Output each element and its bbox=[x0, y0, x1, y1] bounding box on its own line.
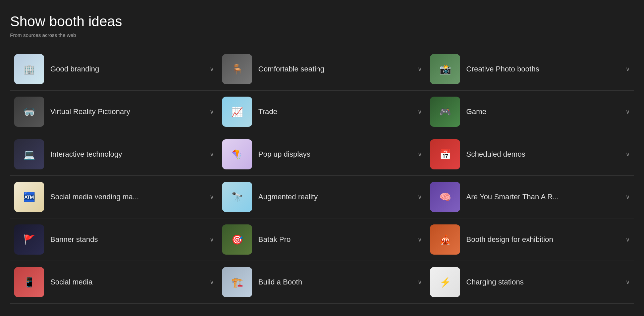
chevron-game[interactable]: ∨ bbox=[626, 108, 630, 115]
chevron-booth-design[interactable]: ∨ bbox=[626, 236, 630, 243]
grid-item-social-media-vending[interactable]: 🏧Social media vending ma...∨ bbox=[10, 176, 218, 218]
chevron-virtual-reality[interactable]: ∨ bbox=[210, 108, 214, 115]
label-build-a-booth: Build a Booth bbox=[258, 278, 414, 286]
grid-item-batak-pro[interactable]: 🎯Batak Pro∨ bbox=[218, 218, 426, 261]
grid-item-charging-stations[interactable]: ⚡Charging stations∨ bbox=[426, 261, 634, 304]
grid-item-creative-photo-booths[interactable]: 📸Creative Photo booths∨ bbox=[426, 48, 634, 91]
grid-item-virtual-reality[interactable]: 🥽Virtual Reality Pictionary∨ bbox=[10, 91, 218, 133]
label-are-you-smarter: Are You Smarter Than A R... bbox=[466, 193, 622, 201]
grid-item-game[interactable]: 🎮Game∨ bbox=[426, 91, 634, 133]
grid-item-trade[interactable]: 📈Trade∨ bbox=[218, 91, 426, 133]
chevron-good-branding[interactable]: ∨ bbox=[210, 65, 214, 73]
label-augmented-reality: Augmented reality bbox=[258, 193, 414, 201]
thumbnail-are-you-smarter: 🧠 bbox=[430, 182, 460, 212]
label-comfortable-seating: Comfortable seating bbox=[258, 65, 414, 73]
thumbnail-social-media: 📱 bbox=[14, 267, 44, 297]
label-trade: Trade bbox=[258, 107, 414, 116]
label-charging-stations: Charging stations bbox=[466, 278, 622, 286]
thumbnail-scheduled-demos: 📅 bbox=[430, 139, 460, 169]
thumbnail-virtual-reality: 🥽 bbox=[14, 97, 44, 127]
chevron-pop-up-displays[interactable]: ∨ bbox=[418, 151, 422, 158]
label-interactive-technology: Interactive technology bbox=[50, 150, 206, 159]
label-booth-design: Booth design for exhibition bbox=[466, 235, 622, 244]
grid-item-comfortable-seating[interactable]: 🪑Comfortable seating∨ bbox=[218, 48, 426, 91]
thumbnail-booth-design: 🎪 bbox=[430, 224, 460, 255]
chevron-social-media[interactable]: ∨ bbox=[210, 278, 214, 286]
thumbnail-trade: 📈 bbox=[222, 97, 252, 127]
grid-item-are-you-smarter[interactable]: 🧠Are You Smarter Than A R...∨ bbox=[426, 176, 634, 218]
label-game: Game bbox=[466, 107, 622, 116]
thumbnail-pop-up-displays: 🪁 bbox=[222, 139, 252, 169]
grid-item-good-branding[interactable]: 🏢Good branding∨ bbox=[10, 48, 218, 91]
grid-item-scheduled-demos[interactable]: 📅Scheduled demos∨ bbox=[426, 133, 634, 176]
page-subtitle: From sources across the web bbox=[10, 32, 634, 38]
label-creative-photo-booths: Creative Photo booths bbox=[466, 65, 622, 73]
chevron-build-a-booth[interactable]: ∨ bbox=[418, 278, 422, 286]
label-social-media: Social media bbox=[50, 278, 206, 286]
thumbnail-game: 🎮 bbox=[430, 97, 460, 127]
thumbnail-batak-pro: 🎯 bbox=[222, 224, 252, 255]
chevron-trade[interactable]: ∨ bbox=[418, 108, 422, 115]
grid-item-pop-up-displays[interactable]: 🪁Pop up displays∨ bbox=[218, 133, 426, 176]
label-scheduled-demos: Scheduled demos bbox=[466, 150, 622, 159]
label-virtual-reality: Virtual Reality Pictionary bbox=[50, 107, 206, 116]
chevron-charging-stations[interactable]: ∨ bbox=[626, 278, 630, 286]
grid-item-interactive-technology[interactable]: 💻Interactive technology∨ bbox=[10, 133, 218, 176]
chevron-augmented-reality[interactable]: ∨ bbox=[418, 193, 422, 201]
thumbnail-creative-photo-booths: 📸 bbox=[430, 54, 460, 84]
label-pop-up-displays: Pop up displays bbox=[258, 150, 414, 159]
label-banner-stands: Banner stands bbox=[50, 235, 206, 244]
label-batak-pro: Batak Pro bbox=[258, 235, 414, 244]
chevron-social-media-vending[interactable]: ∨ bbox=[210, 193, 214, 201]
chevron-batak-pro[interactable]: ∨ bbox=[418, 236, 422, 243]
thumbnail-comfortable-seating: 🪑 bbox=[222, 54, 252, 84]
chevron-scheduled-demos[interactable]: ∨ bbox=[626, 151, 630, 158]
label-good-branding: Good branding bbox=[50, 65, 206, 73]
grid-item-build-a-booth[interactable]: 🏗️Build a Booth∨ bbox=[218, 261, 426, 304]
chevron-creative-photo-booths[interactable]: ∨ bbox=[626, 65, 630, 73]
thumbnail-augmented-reality: 🔭 bbox=[222, 182, 252, 212]
chevron-interactive-technology[interactable]: ∨ bbox=[210, 151, 214, 158]
thumbnail-interactive-technology: 💻 bbox=[14, 139, 44, 169]
chevron-comfortable-seating[interactable]: ∨ bbox=[418, 65, 422, 73]
grid-item-booth-design[interactable]: 🎪Booth design for exhibition∨ bbox=[426, 218, 634, 261]
grid-item-social-media[interactable]: 📱Social media∨ bbox=[10, 261, 218, 304]
chevron-banner-stands[interactable]: ∨ bbox=[210, 236, 214, 243]
thumbnail-build-a-booth: 🏗️ bbox=[222, 267, 252, 297]
grid-item-banner-stands[interactable]: 🚩Banner stands∨ bbox=[10, 218, 218, 261]
chevron-are-you-smarter[interactable]: ∨ bbox=[626, 193, 630, 201]
thumbnail-social-media-vending: 🏧 bbox=[14, 182, 44, 212]
page-title: Show booth ideas bbox=[10, 13, 634, 30]
thumbnail-charging-stations: ⚡ bbox=[430, 267, 460, 297]
label-social-media-vending: Social media vending ma... bbox=[50, 193, 206, 201]
thumbnail-banner-stands: 🚩 bbox=[14, 224, 44, 255]
grid-item-augmented-reality[interactable]: 🔭Augmented reality∨ bbox=[218, 176, 426, 218]
ideas-grid: 🏢Good branding∨🪑Comfortable seating∨📸Cre… bbox=[10, 48, 634, 304]
thumbnail-good-branding: 🏢 bbox=[14, 54, 44, 84]
